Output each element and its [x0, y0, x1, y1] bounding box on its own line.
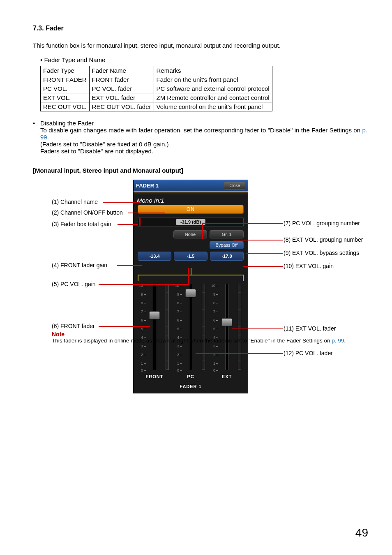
front-column-label: FRONT — [146, 374, 164, 379]
ext-fader-col: 10 9 8 7 6 5 4 3 2 1 0 — [210, 284, 244, 379]
callout-7: (7) PC VOL. grouping number — [284, 220, 374, 227]
fader-window: FADER 1 Close Mono In:1 ON -31.9 (dB) No… — [133, 180, 248, 393]
leader-line — [202, 223, 283, 224]
leader-line — [196, 353, 283, 354]
leader-line — [128, 213, 165, 213]
pc-column-label: PC — [187, 374, 194, 379]
tab-indicator — [134, 191, 248, 194]
front-fader[interactable] — [153, 284, 156, 370]
leader-line — [99, 326, 150, 327]
total-gain-value: -31.9 (dB) — [176, 219, 205, 225]
table-header-row: Fader Type Fader Name Remarks — [41, 66, 272, 75]
front-fader-knob[interactable] — [149, 311, 160, 319]
callout-10: (10) EXT VOL. gain — [284, 263, 374, 269]
pc-fader-knob[interactable] — [185, 289, 196, 297]
ext-column-label: EXT — [222, 374, 232, 379]
sub-heading: [Monaural input, Stereo input and Monaur… — [33, 167, 367, 174]
fader-row: 10 9 8 7 6 5 4 3 2 1 0 — [134, 263, 248, 383]
leader-line — [246, 253, 283, 254]
leader-line — [103, 202, 139, 203]
th-remarks: Remarks — [154, 66, 272, 75]
window-title: FADER 1 — [136, 183, 159, 189]
disable-heading: Disabling the Fader — [40, 120, 94, 127]
table-row: FRONT FADER FRONT fader Fader on the uni… — [41, 75, 272, 84]
footer-label: FADER 1 — [134, 383, 248, 393]
callout-2: (2) Channel ON/OFF button — [52, 209, 134, 216]
leader-line — [202, 223, 203, 239]
page-number: 49 — [355, 526, 368, 539]
window-titlebar: FADER 1 Close — [134, 180, 248, 191]
th-type: Fader Type — [41, 66, 90, 75]
gain-marker — [139, 218, 141, 226]
callout-9: (9) EXT VOL. bypass settings — [284, 250, 374, 256]
leader-line — [243, 266, 283, 267]
table-row: EXT VOL. EXT VOL. fader ZM Remote contro… — [41, 93, 272, 102]
pc-fader-col: 10 9 8 7 6 5 4 3 2 1 0 — [174, 284, 208, 379]
pc-gain: -1.5 — [174, 252, 208, 261]
disable-block: •Disabling the Fader To disable gain cha… — [40, 120, 367, 155]
fader-type-table: Fader Type Fader Name Remarks FRONT FADE… — [40, 66, 272, 111]
meter — [166, 284, 169, 370]
intro-text: This function box is for monaural input,… — [33, 42, 367, 49]
section-number: 7.3. — [33, 25, 44, 32]
section-name: Fader — [46, 25, 64, 32]
pc-fader[interactable] — [189, 284, 192, 370]
table-caption: Fader Type and Name — [40, 56, 367, 63]
channel-name: Mono In:1 — [134, 194, 248, 205]
scale: 10 9 8 7 6 5 4 3 2 1 0 — [138, 284, 146, 370]
leader-line — [188, 268, 189, 284]
link-p99-b[interactable]: p. 99 — [332, 338, 344, 344]
close-button[interactable]: Close — [224, 182, 245, 190]
ext-fader[interactable] — [225, 284, 228, 370]
leader-line — [118, 224, 138, 225]
th-name: Fader Name — [89, 66, 154, 75]
leader-line — [99, 284, 189, 285]
ext-group-pill[interactable]: Gr. 1 — [210, 230, 244, 238]
ext-fader-knob[interactable] — [221, 318, 232, 326]
callout-12: (12) PC VOL. fader — [284, 350, 374, 356]
bypass-button[interactable]: Bypass Off — [210, 241, 244, 249]
callout-11: (11) EXT VOL. fader — [284, 325, 374, 332]
note-body: This fader is displayed in online mode a… — [52, 338, 122, 344]
table-row: REC OUT VOL. REC OUT VOL. fader Volume c… — [41, 102, 272, 111]
ext-gain: -17.0 — [210, 252, 244, 261]
note-title: Note — [52, 331, 134, 338]
leader-line — [232, 328, 283, 329]
leader-line — [117, 265, 142, 266]
section-title: 7.3. Fader — [33, 25, 367, 32]
callout-8: (8) EXT VOL. grouping number — [284, 236, 374, 243]
front-fader-col: 10 9 8 7 6 5 4 3 2 1 0 — [138, 284, 171, 379]
front-fader-strip: 10 9 8 7 6 5 4 3 2 1 0 — [138, 284, 171, 370]
leader-line — [233, 240, 283, 240]
figure-area: FADER 1 Close Mono In:1 ON -31.9 (dB) No… — [33, 180, 367, 443]
front-gain: -13.4 — [138, 252, 171, 261]
table-row: PC VOL. PC VOL. fader PC software and ex… — [41, 84, 272, 93]
total-gain-display: -31.9 (dB) — [138, 217, 244, 227]
